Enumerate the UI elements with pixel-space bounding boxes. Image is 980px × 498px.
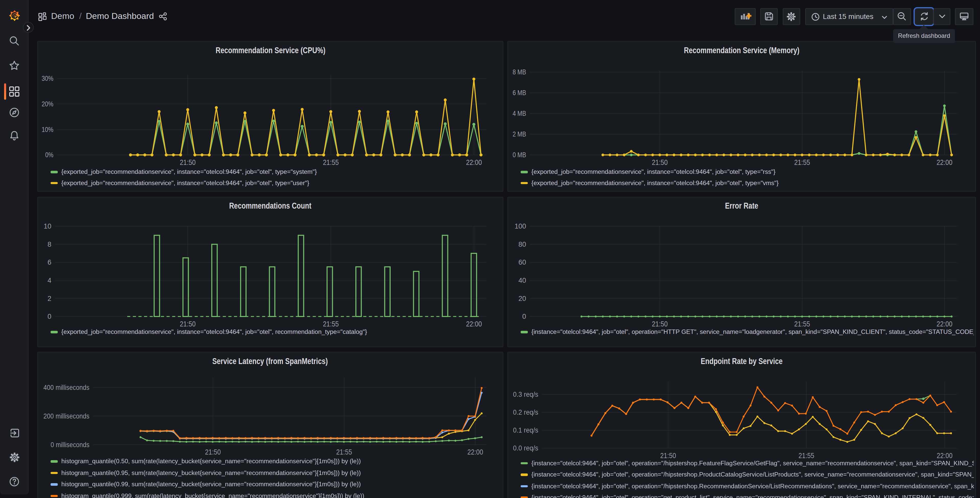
svg-text:100: 100: [514, 222, 526, 230]
svg-text:60: 60: [519, 258, 526, 266]
svg-text:0.3 req/s: 0.3 req/s: [513, 391, 538, 398]
svg-text:21:55: 21:55: [794, 319, 810, 328]
svg-text:10%: 10%: [41, 126, 53, 134]
svg-text:4: 4: [48, 276, 51, 284]
svg-text:21:50: 21:50: [180, 158, 196, 166]
svg-text:22:00: 22:00: [467, 448, 483, 456]
svg-text:22:00: 22:00: [937, 451, 953, 460]
svg-text:22:00: 22:00: [937, 319, 952, 328]
svg-text:8: 8: [48, 240, 51, 248]
svg-text:22:00: 22:00: [937, 158, 952, 166]
svg-text:0: 0: [48, 313, 51, 320]
svg-text:0%: 0%: [45, 151, 53, 159]
svg-text:4 MB: 4 MB: [512, 110, 526, 117]
svg-text:2 MB: 2 MB: [512, 130, 526, 138]
svg-text:0 milliseconds: 0 milliseconds: [51, 441, 89, 449]
svg-text:400 milliseconds: 400 milliseconds: [43, 384, 89, 391]
svg-text:0: 0: [522, 313, 526, 320]
svg-text:40: 40: [519, 276, 526, 284]
svg-text:21:55: 21:55: [323, 158, 339, 166]
svg-text:0.2 req/s: 0.2 req/s: [513, 409, 538, 416]
svg-text:8 MB: 8 MB: [512, 68, 526, 76]
svg-text:21:50: 21:50: [205, 448, 221, 456]
svg-text:21:55: 21:55: [323, 319, 339, 328]
svg-text:80: 80: [519, 240, 526, 248]
svg-text:20%: 20%: [41, 100, 53, 108]
svg-text:6: 6: [48, 258, 51, 266]
svg-text:10: 10: [44, 222, 51, 230]
svg-text:0.1 req/s: 0.1 req/s: [513, 426, 538, 434]
svg-text:21:50: 21:50: [652, 319, 668, 328]
svg-text:2: 2: [48, 295, 51, 302]
svg-text:21:55: 21:55: [794, 158, 810, 166]
svg-text:0 MB: 0 MB: [512, 151, 526, 159]
svg-text:20: 20: [519, 295, 526, 302]
svg-text:30%: 30%: [41, 75, 53, 82]
svg-text:6 MB: 6 MB: [512, 89, 526, 97]
svg-text:21:50: 21:50: [660, 451, 676, 460]
svg-text:0.0 req/s: 0.0 req/s: [513, 444, 538, 452]
svg-text:21:55: 21:55: [336, 448, 352, 456]
svg-text:22:00: 22:00: [466, 319, 482, 328]
svg-text:22:00: 22:00: [466, 158, 482, 166]
svg-text:21:50: 21:50: [180, 319, 196, 328]
svg-text:200 milliseconds: 200 milliseconds: [43, 412, 89, 420]
svg-text:21:50: 21:50: [652, 158, 668, 166]
svg-text:21:55: 21:55: [799, 451, 814, 460]
